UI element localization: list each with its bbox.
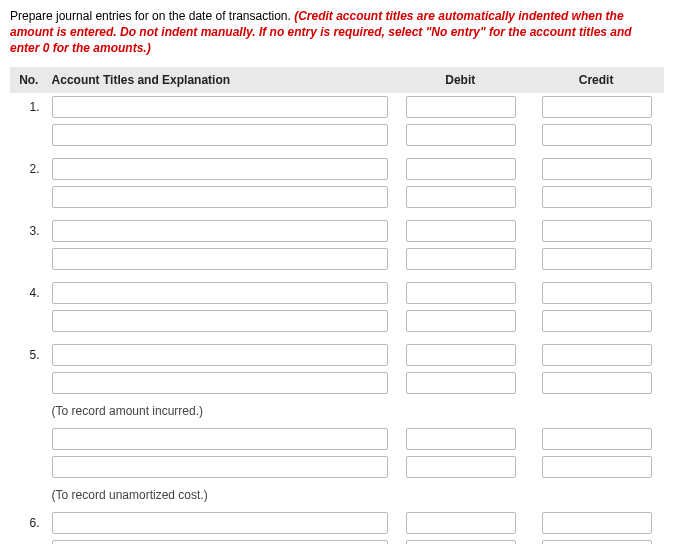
debit-input[interactable] xyxy=(406,540,516,544)
row-number xyxy=(10,481,48,509)
entry-row: 4. xyxy=(10,279,664,307)
entry-row xyxy=(10,245,664,273)
credit-input[interactable] xyxy=(542,124,652,146)
entry-row xyxy=(10,537,664,544)
row-number xyxy=(10,425,48,453)
credit-input[interactable] xyxy=(542,512,652,534)
row-number: 6. xyxy=(10,509,48,537)
row-number: 2. xyxy=(10,155,48,183)
debit-input[interactable] xyxy=(406,372,516,394)
row-number: 4. xyxy=(10,279,48,307)
header-account: Account Titles and Explanation xyxy=(48,67,393,93)
debit-input[interactable] xyxy=(406,512,516,534)
entry-row: 1. xyxy=(10,93,664,121)
account-title-input[interactable] xyxy=(52,96,389,118)
credit-input[interactable] xyxy=(542,310,652,332)
row-number xyxy=(10,245,48,273)
row-number xyxy=(10,369,48,397)
entry-row xyxy=(10,183,664,211)
account-title-input[interactable] xyxy=(52,428,389,450)
credit-input[interactable] xyxy=(542,186,652,208)
credit-input[interactable] xyxy=(542,220,652,242)
explanation-note: (To record amount incurred.) xyxy=(48,397,664,425)
account-title-input[interactable] xyxy=(52,282,389,304)
debit-input[interactable] xyxy=(406,310,516,332)
row-number: 3. xyxy=(10,217,48,245)
credit-input[interactable] xyxy=(542,282,652,304)
debit-input[interactable] xyxy=(406,186,516,208)
note-row: (To record amount incurred.) xyxy=(10,397,664,425)
account-title-input[interactable] xyxy=(52,310,389,332)
account-title-input[interactable] xyxy=(52,456,389,478)
entry-row xyxy=(10,453,664,481)
credit-input[interactable] xyxy=(542,372,652,394)
credit-input[interactable] xyxy=(542,248,652,270)
account-title-input[interactable] xyxy=(52,344,389,366)
debit-input[interactable] xyxy=(406,96,516,118)
entry-row xyxy=(10,369,664,397)
debit-input[interactable] xyxy=(406,158,516,180)
debit-input[interactable] xyxy=(406,456,516,478)
header-debit: Debit xyxy=(392,67,528,93)
credit-input[interactable] xyxy=(542,540,652,544)
credit-input[interactable] xyxy=(542,428,652,450)
row-number: 1. xyxy=(10,93,48,121)
account-title-input[interactable] xyxy=(52,512,389,534)
entry-row xyxy=(10,425,664,453)
journal-entry-table: No. Account Titles and Explanation Debit… xyxy=(10,67,664,544)
header-no: No. xyxy=(10,67,48,93)
explanation-note: (To record unamortized cost.) xyxy=(48,481,664,509)
row-number xyxy=(10,121,48,149)
credit-input[interactable] xyxy=(542,344,652,366)
debit-input[interactable] xyxy=(406,428,516,450)
entry-row: 2. xyxy=(10,155,664,183)
entry-row: 3. xyxy=(10,217,664,245)
instructions-lead: Prepare journal entries for on the date … xyxy=(10,9,294,23)
account-title-input[interactable] xyxy=(52,186,389,208)
header-credit: Credit xyxy=(528,67,664,93)
credit-input[interactable] xyxy=(542,158,652,180)
debit-input[interactable] xyxy=(406,124,516,146)
credit-input[interactable] xyxy=(542,96,652,118)
entry-row: 6. xyxy=(10,509,664,537)
explanation-text: (To record amount incurred.) xyxy=(52,400,660,422)
explanation-text: (To record unamortized cost.) xyxy=(52,484,660,506)
row-number xyxy=(10,537,48,544)
entry-row xyxy=(10,121,664,149)
account-title-input[interactable] xyxy=(52,124,389,146)
instructions-text: Prepare journal entries for on the date … xyxy=(10,8,664,57)
row-number xyxy=(10,397,48,425)
debit-input[interactable] xyxy=(406,344,516,366)
note-row: (To record unamortized cost.) xyxy=(10,481,664,509)
debit-input[interactable] xyxy=(406,220,516,242)
debit-input[interactable] xyxy=(406,248,516,270)
row-number: 5. xyxy=(10,341,48,369)
credit-input[interactable] xyxy=(542,456,652,478)
table-header-row: No. Account Titles and Explanation Debit… xyxy=(10,67,664,93)
row-number xyxy=(10,307,48,335)
entry-row: 5. xyxy=(10,341,664,369)
account-title-input[interactable] xyxy=(52,248,389,270)
account-title-input[interactable] xyxy=(52,540,389,544)
row-number xyxy=(10,453,48,481)
entry-row xyxy=(10,307,664,335)
account-title-input[interactable] xyxy=(52,220,389,242)
row-number xyxy=(10,183,48,211)
account-title-input[interactable] xyxy=(52,372,389,394)
debit-input[interactable] xyxy=(406,282,516,304)
account-title-input[interactable] xyxy=(52,158,389,180)
